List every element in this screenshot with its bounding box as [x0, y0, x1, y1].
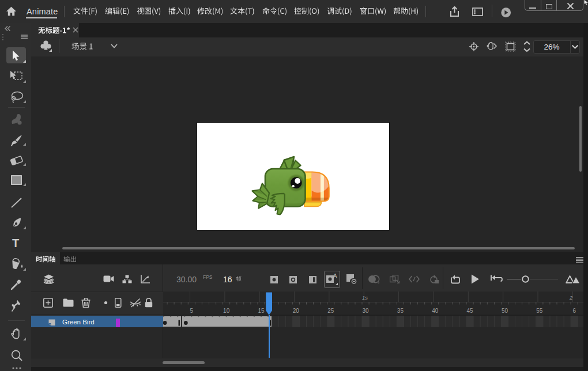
svg-text:A: A	[333, 273, 337, 279]
